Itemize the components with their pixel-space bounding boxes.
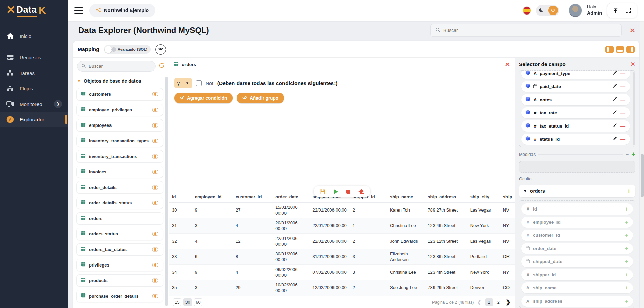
relation-icon[interactable] (152, 154, 159, 159)
advanced-sql-toggle[interactable]: Avanzado (SQL) (104, 45, 151, 54)
column-order_date[interactable]: order_date (272, 191, 309, 203)
add-condition-button[interactable]: Agregar condición (174, 93, 233, 103)
fields-scrollbar[interactable] (633, 72, 635, 145)
edit-pen-icon[interactable] (613, 110, 617, 116)
table-item-orders[interactable]: orders (76, 212, 163, 225)
sidebar-item-flujos[interactable]: Flujos (0, 81, 68, 96)
relation-icon[interactable] (152, 200, 159, 205)
relation-icon[interactable] (152, 293, 159, 299)
preview-button[interactable] (155, 44, 166, 55)
measures-dropzone[interactable] (519, 161, 635, 173)
language-flag-icon[interactable] (523, 6, 531, 15)
relation-icon[interactable] (152, 138, 159, 143)
window-scrollbar[interactable] (640, 0, 644, 308)
refresh-icon[interactable] (159, 63, 165, 70)
table-row[interactable]: 3241222/01/2006 00:0022/01/2006 00:002Jo… (169, 234, 515, 249)
table-item-products[interactable]: products (76, 274, 163, 287)
hidden-field-ship_address[interactable]: A ship_address + (521, 296, 633, 307)
add-field-icon[interactable]: + (625, 206, 628, 213)
column-id[interactable]: id (169, 191, 192, 203)
table-item-orders_status[interactable]: orders_status (76, 228, 163, 240)
sidebar-item-monitoreo[interactable]: Monitoreo❯ (0, 96, 68, 112)
tab-orders[interactable]: orders (182, 62, 196, 67)
close-page-icon[interactable]: ✕ (628, 27, 637, 34)
edit-pen-icon[interactable] (613, 71, 617, 77)
explorer-search[interactable] (77, 61, 156, 72)
hidden-field-order_date[interactable]: order_date + (521, 243, 633, 254)
selected-field-paid_date[interactable]: paid_date — (521, 81, 630, 92)
column-ship_name[interactable]: ship_name (387, 191, 425, 203)
search-input[interactable] (443, 28, 617, 33)
page-2[interactable]: 2 (495, 298, 502, 306)
add-measure-icon[interactable]: + (631, 151, 635, 158)
prev-page-icon[interactable]: ❮ (477, 299, 481, 305)
hidden-field-employee_id[interactable]: # employee_id + (521, 217, 633, 228)
selected-field-notes[interactable]: A notes — (521, 94, 630, 105)
explorer-scrollbar[interactable] (165, 77, 168, 306)
column-customer_id[interactable]: customer_id (232, 191, 272, 203)
column-employee_id[interactable]: employee_id (192, 191, 232, 203)
relation-icon[interactable] (152, 92, 159, 97)
tree-root[interactable]: ▼ Objetos de base de datos (73, 75, 169, 87)
sidebar-item-tareas[interactable]: Tareas (0, 65, 68, 81)
relation-icon[interactable] (152, 262, 159, 268)
page-size-30[interactable]: 30 (183, 298, 192, 306)
table-item-order_details[interactable]: order_details (76, 181, 163, 194)
table-item-privileges[interactable]: privileges (76, 259, 163, 271)
table-item-inventory_transaction_types[interactable]: inventory_transaction_types (76, 135, 163, 147)
add-all-icon[interactable]: + (627, 188, 631, 195)
table-item-order_details_status[interactable]: order_details_status (76, 197, 163, 209)
relation-icon[interactable] (152, 123, 159, 128)
save-icon[interactable] (320, 188, 326, 195)
add-field-icon[interactable]: + (625, 258, 628, 265)
toggle-right-panel-icon[interactable] (626, 46, 635, 53)
remove-field-icon[interactable]: — (620, 71, 626, 76)
close-tab-icon[interactable]: ✕ (505, 61, 510, 68)
theme-toggle[interactable]: ⚙ (536, 5, 559, 16)
selected-field-status_id[interactable]: # status_id — (521, 134, 630, 145)
hidden-field-ship_name[interactable]: A ship_name + (521, 282, 633, 293)
upload-icon[interactable] (613, 7, 619, 13)
toggle-bottom-panel-icon[interactable] (616, 46, 624, 53)
edit-pen-icon[interactable] (613, 123, 617, 129)
avatar[interactable] (569, 4, 582, 17)
table-row[interactable]: 336830/01/2006 00:0031/01/2006 00:003Eli… (169, 249, 515, 265)
table-item-employee_privileges[interactable]: employee_privileges (76, 104, 163, 116)
column-ship_state[interactable]: ship_state (500, 191, 515, 203)
remove-field-icon[interactable]: — (620, 110, 626, 116)
stop-icon[interactable] (346, 189, 351, 194)
selected-field-tax_status_id[interactable]: # tax_status_id — (521, 120, 630, 132)
column-ship_address[interactable]: ship_address (425, 191, 467, 203)
sidebar-item-recursos[interactable]: Recursos (0, 50, 68, 65)
table-item-orders_tax_status[interactable]: orders_tax_status (76, 243, 163, 256)
run-icon[interactable] (333, 189, 339, 195)
relation-icon[interactable] (152, 247, 159, 252)
table-item-invoices[interactable]: invoices (76, 166, 163, 178)
collapse-measures-icon[interactable]: − (626, 151, 629, 158)
project-selector-button[interactable]: Northwind Ejemplo (89, 4, 155, 17)
hidden-field-shipped_date[interactable]: shipped_date + (521, 256, 633, 267)
add-field-icon[interactable]: + (625, 232, 628, 239)
app-logo[interactable]: ✕DataK (0, 0, 68, 21)
not-checkbox[interactable] (196, 80, 202, 86)
menu-icon[interactable] (74, 7, 83, 14)
toggle-left-panel-icon[interactable] (605, 46, 614, 53)
relation-icon[interactable] (152, 107, 159, 112)
global-search[interactable] (430, 24, 622, 37)
next-page-icon[interactable]: ❯ (506, 299, 511, 306)
scrollbar-thumb[interactable] (641, 154, 644, 197)
fullscreen-icon[interactable] (625, 7, 631, 13)
table-row[interactable]: 3532910/02/2006 00:0012/02/2006 00:002So… (169, 280, 515, 296)
add-field-icon[interactable]: + (625, 272, 628, 278)
add-field-icon[interactable]: + (625, 245, 628, 252)
page-1[interactable]: 1 (485, 298, 493, 306)
relation-icon[interactable] (152, 185, 159, 190)
table-item-purchase_order_details[interactable]: purchase_order_details (76, 290, 163, 302)
table-row[interactable]: 3092715/01/2006 00:0022/01/2006 00:002Ka… (169, 203, 515, 218)
relation-icon[interactable] (152, 169, 159, 174)
hidden-field-shipper_id[interactable]: # shipper_id + (521, 269, 633, 280)
add-field-icon[interactable]: + (625, 285, 628, 291)
eraser-icon[interactable] (358, 189, 364, 194)
sidebar-item-inicio[interactable]: Inicio (0, 28, 68, 44)
add-field-icon[interactable]: + (625, 298, 628, 305)
